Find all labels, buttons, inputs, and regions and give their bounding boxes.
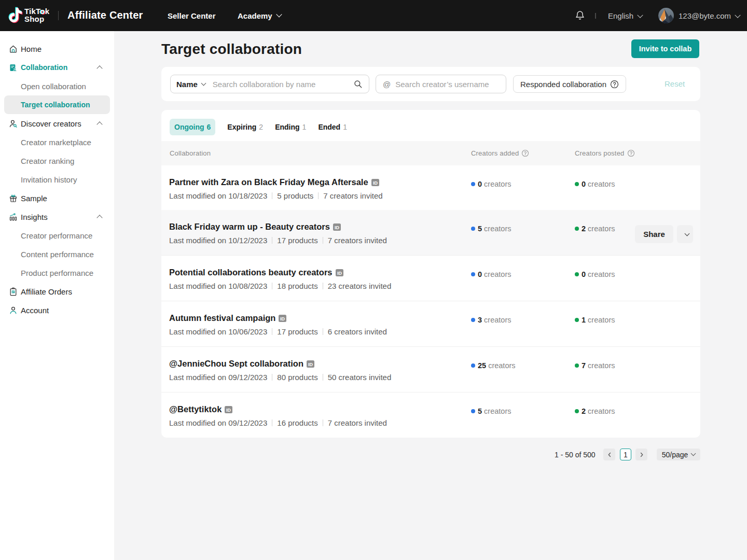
svg-text:ID: ID — [226, 408, 231, 413]
svg-text:ID: ID — [335, 225, 340, 230]
svg-text:ID: ID — [337, 271, 342, 276]
svg-text:ID: ID — [373, 180, 378, 186]
svg-text:ID: ID — [308, 362, 313, 367]
svg-text:ID: ID — [280, 316, 285, 321]
